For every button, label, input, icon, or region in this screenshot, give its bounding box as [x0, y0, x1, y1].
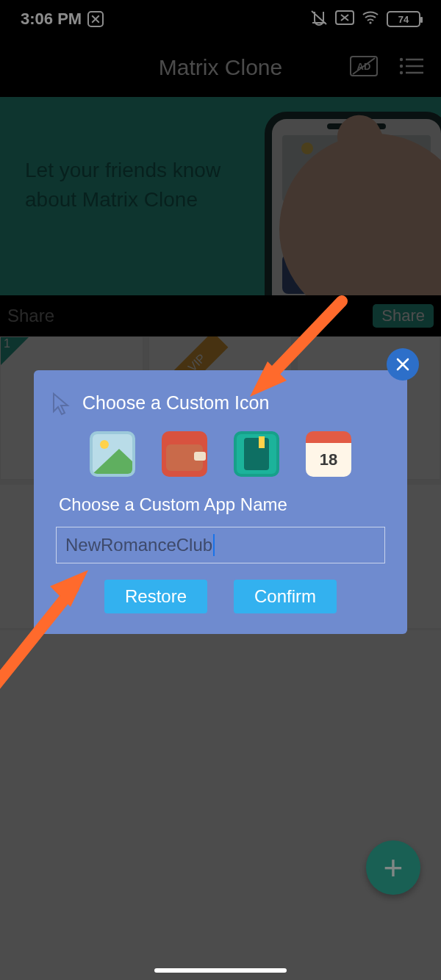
- gesture-bar[interactable]: [154, 968, 287, 973]
- ad-badge-icon[interactable]: AD: [350, 56, 378, 79]
- menu-list-icon[interactable]: [398, 57, 423, 79]
- icon-option-wallet[interactable]: [162, 431, 207, 477]
- silent-icon: [310, 10, 328, 29]
- battery-icon: 74: [387, 11, 420, 27]
- icon-option-notebook[interactable]: [234, 431, 279, 477]
- clock: 3:06 PM: [21, 10, 82, 29]
- status-bar: 3:06 PM 74: [0, 0, 441, 38]
- app-header: Matrix Clone AD: [0, 38, 441, 97]
- icon-option-gallery[interactable]: [90, 431, 135, 477]
- close-button[interactable]: [387, 348, 419, 381]
- svg-line-13: [0, 588, 74, 698]
- cursor-icon: [51, 392, 71, 419]
- add-fab[interactable]: +: [366, 840, 420, 895]
- svg-point-9: [400, 71, 403, 74]
- svg-line-11: [265, 301, 342, 382]
- app-title: Matrix Clone: [159, 55, 282, 80]
- svg-point-1: [369, 21, 371, 24]
- rect-x-icon: [335, 10, 354, 28]
- annotation-arrow: [0, 544, 118, 705]
- svg-point-5: [400, 58, 403, 61]
- confirm-button[interactable]: Confirm: [234, 580, 337, 613]
- icon-choices: 18: [56, 431, 385, 477]
- annotation-arrow: [235, 294, 353, 411]
- restore-button[interactable]: Restore: [104, 580, 207, 613]
- dialog-title-name: Choose a Custom App Name: [56, 494, 385, 515]
- svg-point-7: [400, 65, 403, 68]
- status-app-icon: [87, 11, 104, 27]
- plus-icon: +: [384, 848, 404, 887]
- wifi-icon: [362, 10, 379, 28]
- icon-option-calendar[interactable]: 18: [306, 431, 351, 477]
